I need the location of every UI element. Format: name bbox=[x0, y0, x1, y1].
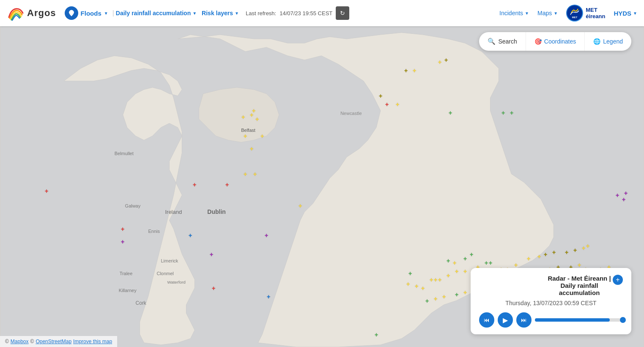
incident-marker[interactable]: + bbox=[586, 243, 589, 249]
legend-button[interactable]: 🌐 Legend bbox=[585, 32, 631, 51]
coordinates-button[interactable]: 🎯 Coordinates bbox=[526, 32, 585, 51]
incident-marker[interactable]: + bbox=[463, 290, 467, 295]
incident-marker[interactable]: + bbox=[501, 110, 505, 116]
incident-marker[interactable]: + bbox=[442, 294, 446, 300]
incident-marker[interactable]: + bbox=[453, 260, 456, 266]
incident-marker[interactable]: + bbox=[425, 298, 429, 304]
radar-forward-button[interactable]: ⏭ bbox=[516, 312, 532, 328]
incident-marker[interactable]: + bbox=[385, 101, 389, 107]
radar-play-button[interactable]: ▶ bbox=[498, 312, 513, 328]
incident-marker[interactable]: + bbox=[396, 101, 399, 107]
svg-text:Waterford: Waterford bbox=[167, 280, 185, 284]
osm-link[interactable]: OpenStreetMap bbox=[36, 339, 71, 344]
svg-text:Galway: Galway bbox=[125, 203, 141, 208]
incident-marker[interactable]: + bbox=[455, 268, 458, 274]
incident-marker[interactable]: + bbox=[544, 251, 547, 257]
risk-caret-icon: ▼ bbox=[235, 11, 239, 16]
incident-marker[interactable]: + bbox=[434, 277, 437, 283]
incidents-dropdown[interactable]: Incidents ▼ bbox=[499, 10, 529, 16]
incident-marker[interactable]: + bbox=[438, 277, 441, 283]
incident-marker[interactable]: + bbox=[193, 182, 196, 188]
forward-icon: ⏭ bbox=[521, 317, 527, 323]
refresh-button[interactable]: ↻ bbox=[336, 6, 349, 20]
incident-marker[interactable]: + bbox=[449, 110, 452, 116]
incident-marker[interactable]: + bbox=[267, 294, 270, 300]
play-icon: ▶ bbox=[503, 316, 508, 324]
incident-marker[interactable]: + bbox=[444, 57, 448, 63]
incident-marker[interactable]: + bbox=[299, 203, 302, 209]
incident-marker[interactable]: + bbox=[244, 133, 247, 139]
radar-panel: Radar - Met Éireann | Daily rainfall acc… bbox=[471, 268, 631, 334]
incident-marker[interactable]: + bbox=[578, 262, 581, 268]
radar-progress-bar[interactable] bbox=[535, 318, 623, 322]
incident-marker[interactable]: + bbox=[552, 249, 556, 255]
hyds-caret-icon: ▼ bbox=[633, 11, 637, 16]
incident-marker[interactable]: + bbox=[463, 268, 467, 274]
incident-marker[interactable]: + bbox=[241, 114, 245, 120]
incident-marker[interactable]: + bbox=[622, 197, 625, 202]
maps-dropdown[interactable]: Maps ▼ bbox=[537, 10, 558, 16]
incident-marker[interactable]: + bbox=[455, 292, 458, 298]
incident-marker[interactable]: + bbox=[253, 171, 257, 177]
incident-marker[interactable]: + bbox=[413, 68, 416, 74]
incident-marker[interactable]: + bbox=[375, 332, 378, 338]
incident-marker[interactable]: + bbox=[510, 110, 513, 116]
hyds-dropdown[interactable]: HYDS ▼ bbox=[614, 10, 637, 17]
incident-marker[interactable]: + bbox=[489, 260, 492, 266]
svg-text:Cork: Cork bbox=[136, 300, 146, 306]
incident-marker[interactable]: + bbox=[379, 93, 382, 99]
incident-marker[interactable]: + bbox=[265, 232, 268, 238]
improve-map-link[interactable]: Improve this map bbox=[73, 339, 112, 344]
incident-marker[interactable]: + bbox=[210, 251, 213, 257]
incident-marker[interactable]: + bbox=[565, 249, 568, 255]
incident-marker[interactable]: + bbox=[470, 251, 473, 257]
incident-marker[interactable]: + bbox=[406, 281, 410, 287]
svg-text:Limerick: Limerick bbox=[161, 258, 178, 263]
met-circle-icon: MET bbox=[566, 5, 583, 22]
nav-floods-button[interactable]: Floods ▼ bbox=[65, 6, 108, 20]
radar-title: Radar - Met Éireann | Daily rainfall acc… bbox=[546, 275, 613, 296]
incident-marker[interactable]: + bbox=[447, 258, 450, 264]
incident-marker[interactable]: + bbox=[212, 285, 215, 291]
incident-marker[interactable]: + bbox=[527, 256, 530, 262]
incident-marker[interactable]: + bbox=[404, 68, 408, 74]
incident-marker[interactable]: + bbox=[255, 116, 259, 122]
incident-marker[interactable]: + bbox=[485, 260, 488, 266]
rainfall-dropdown[interactable]: Daily rainfall accumulation ▼ bbox=[116, 10, 197, 16]
incident-marker[interactable]: + bbox=[121, 226, 124, 232]
incident-marker[interactable]: + bbox=[189, 232, 192, 238]
refresh-icon: ↻ bbox=[340, 10, 345, 16]
logo-text: Argos bbox=[27, 8, 56, 19]
incident-marker[interactable]: + bbox=[421, 285, 425, 291]
radar-progress-fill bbox=[535, 318, 610, 322]
search-button[interactable]: 🔍 Search bbox=[479, 32, 526, 51]
incident-marker[interactable]: + bbox=[121, 239, 124, 245]
risk-layers-dropdown[interactable]: Risk layers ▼ bbox=[202, 10, 239, 16]
incident-marker[interactable]: + bbox=[616, 192, 619, 198]
radar-rewind-button[interactable]: ⏮ bbox=[479, 312, 494, 328]
incident-marker[interactable]: + bbox=[45, 188, 48, 194]
incident-marker[interactable]: + bbox=[573, 247, 577, 253]
incident-marker[interactable]: + bbox=[447, 273, 450, 279]
incident-marker[interactable]: + bbox=[415, 283, 418, 289]
incident-marker[interactable]: + bbox=[430, 277, 433, 283]
svg-text:MET: MET bbox=[572, 16, 578, 19]
incident-marker[interactable]: + bbox=[438, 59, 441, 65]
incident-marker[interactable]: + bbox=[434, 296, 437, 302]
incident-marker[interactable]: + bbox=[624, 190, 628, 196]
incident-marker[interactable]: + bbox=[244, 171, 247, 177]
svg-text:Newcastle: Newcastle bbox=[340, 111, 362, 116]
incident-marker[interactable]: + bbox=[582, 245, 585, 251]
met-brand-label: METéireann bbox=[586, 7, 605, 19]
incident-marker[interactable]: + bbox=[514, 262, 518, 268]
incident-marker[interactable]: + bbox=[250, 146, 253, 152]
incident-marker[interactable]: + bbox=[225, 182, 229, 188]
incident-marker[interactable]: + bbox=[408, 270, 412, 276]
incident-marker[interactable]: + bbox=[537, 254, 541, 260]
radar-expand-button[interactable]: + bbox=[613, 275, 623, 285]
incident-marker[interactable]: + bbox=[252, 108, 255, 114]
incident-marker[interactable]: + bbox=[260, 133, 264, 139]
search-panel: 🔍 Search 🎯 Coordinates 🌐 Legend bbox=[479, 32, 631, 51]
incident-marker[interactable]: + bbox=[463, 256, 467, 262]
mapbox-link[interactable]: Mapbox bbox=[11, 339, 29, 344]
